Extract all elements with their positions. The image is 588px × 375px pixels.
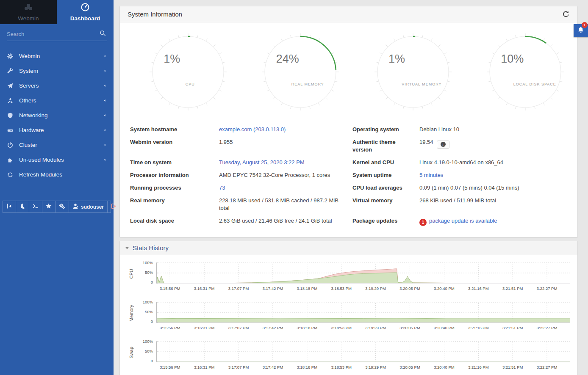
notification-count-badge: 1 xyxy=(582,22,588,28)
info-link[interactable]: Tuesday, August 25, 2020 3:22 PM xyxy=(219,159,305,165)
sidebar-item-others[interactable]: Others xyxy=(0,93,114,108)
sidebar-menu: WebminSystemServersOthersNetworkingHardw… xyxy=(0,49,114,182)
puzzle-icon xyxy=(7,156,14,164)
ytick-50: 50% xyxy=(145,270,153,275)
sidebar-item-networking[interactable]: Networking xyxy=(0,108,114,123)
star-icon xyxy=(46,203,52,210)
theme-settings-button[interactable] xyxy=(55,201,69,212)
info-value-package-updates: 1package update is available xyxy=(419,217,570,231)
info-value-virtual-memory: 268 KiB used / 511.99 MiB total xyxy=(419,197,570,217)
chart-axis-title-cpu: CPU xyxy=(126,261,137,287)
info-link[interactable]: 5 minutes xyxy=(419,172,443,178)
favorites-button[interactable] xyxy=(42,201,55,212)
username-label: sudouser xyxy=(81,204,104,210)
info-value-time-on-system: Tuesday, August 25, 2020 3:22 PM xyxy=(219,159,352,171)
tab-webmin-label: Webmin xyxy=(18,15,39,22)
svg-text:3:18:18 PM: 3:18:18 PM xyxy=(297,286,318,291)
system-information-header: System Information xyxy=(120,6,577,22)
tools-icon xyxy=(7,97,14,105)
svg-text:3:20:05 PM: 3:20:05 PM xyxy=(399,325,420,330)
svg-text:3:19:29 PM: 3:19:29 PM xyxy=(365,365,386,369)
logout-button[interactable] xyxy=(108,201,120,212)
search-row xyxy=(7,30,107,41)
notifications-button[interactable]: 1 xyxy=(574,24,588,37)
chart-cpu: CPU100%50%03:15:56 PM3:16:31 PM3:17:07 P… xyxy=(126,261,577,296)
svg-text:3:17:07 PM: 3:17:07 PM xyxy=(228,365,249,369)
gauge-value: 10% xyxy=(501,52,524,66)
gears-icon xyxy=(59,203,65,211)
sidebar-item-label: Networking xyxy=(19,112,103,119)
svg-text:3:19:29 PM: 3:19:29 PM xyxy=(365,286,386,291)
ytick-50: 50% xyxy=(145,309,153,314)
main-content: System Information 1%CPU24%REAL MEMORY1%… xyxy=(114,0,588,375)
chart-plot-memory: 3:15:56 PM3:16:31 PM3:17:07 PM3:17:42 PM… xyxy=(156,301,570,334)
chart-plot-swap: 3:15:56 PM3:16:31 PM3:17:07 PM3:17:42 PM… xyxy=(156,340,570,373)
night-mode-button[interactable] xyxy=(16,201,29,212)
svg-text:3:21:16 PM: 3:21:16 PM xyxy=(468,325,489,330)
info-value-cpu-load-averages: 0.09 (1 min) 0.07 (5 mins) 0.04 (15 mins… xyxy=(419,184,570,197)
caret-left-icon xyxy=(103,143,107,147)
info-link[interactable]: package update is available xyxy=(429,218,497,224)
stats-history-panel: Stats History CPU100%50%03:15:56 PM3:16:… xyxy=(119,241,578,375)
gauge-label: CPU xyxy=(186,82,195,86)
sidebar-item-cluster[interactable]: Cluster xyxy=(0,138,114,152)
refresh-panel-icon[interactable] xyxy=(562,11,570,18)
gauge-value: 1% xyxy=(164,52,180,66)
gauge-value: 24% xyxy=(276,52,299,66)
info-label-local-disk-space: Local disk space xyxy=(130,217,219,231)
search-input[interactable] xyxy=(7,31,107,37)
system-information-title: System Information xyxy=(128,11,562,18)
info-text: 2.63 GiB used / 21.46 GiB free / 24.1 Gi… xyxy=(219,218,332,224)
tab-dashboard[interactable]: Dashboard xyxy=(57,0,114,24)
svg-text:3:17:07 PM: 3:17:07 PM xyxy=(228,325,249,330)
chart-plot-wrap: 3:15:56 PM3:16:31 PM3:17:07 PM3:17:42 PM… xyxy=(156,340,577,375)
info-link[interactable]: example.com (203.0.113.0) xyxy=(219,126,286,132)
terminal-icon xyxy=(33,203,39,210)
system-information-panel: System Information 1%CPU24%REAL MEMORY1%… xyxy=(119,6,578,237)
sidebar-item-label: Webmin xyxy=(19,53,103,59)
dashboard-logo-icon xyxy=(80,3,90,14)
info-value-system-uptime: 5 minutes xyxy=(419,171,570,184)
gauge-dial xyxy=(261,33,340,111)
ytick-0: 0 xyxy=(151,280,153,284)
sidebar-item-system[interactable]: System xyxy=(0,63,114,78)
svg-text:3:17:42 PM: 3:17:42 PM xyxy=(263,325,283,330)
info-label-real-memory: Real memory xyxy=(130,197,219,217)
info-text: 0.09 (1 min) 0.07 (5 mins) 0.04 (15 mins… xyxy=(419,185,519,191)
info-value-authentic-theme-version: 19.54i xyxy=(419,138,570,159)
svg-text:3:16:31 PM: 3:16:31 PM xyxy=(194,325,215,330)
terminal-button[interactable] xyxy=(29,201,42,212)
stats-history-header[interactable]: Stats History xyxy=(120,241,577,255)
info-label-authentic-theme-version: Authentic theme version xyxy=(352,138,419,159)
gauge-label: VIRTUAL MEMORY xyxy=(402,82,441,86)
sidebar-item-un-used-modules[interactable]: Un-used Modules xyxy=(0,152,114,167)
gauge-dial xyxy=(486,33,565,111)
tab-webmin[interactable]: Webmin xyxy=(0,0,57,24)
sidebar-item-webmin[interactable]: Webmin xyxy=(0,49,114,63)
search-icon[interactable] xyxy=(100,30,106,38)
info-label-operating-system: Operating system xyxy=(352,126,419,138)
info-label-webmin-version: Webmin version xyxy=(130,138,219,159)
theme-info-button[interactable]: i xyxy=(437,141,449,149)
gear-icon xyxy=(7,52,14,60)
collapse-sidebar-button[interactable] xyxy=(3,201,16,212)
svg-text:3:22:27 PM: 3:22:27 PM xyxy=(537,365,557,369)
gauge-local-disk-space: 10%LOCAL DISK SPACE xyxy=(486,33,565,111)
svg-text:3:22:27 PM: 3:22:27 PM xyxy=(537,325,557,330)
info-label-running-processes: Running processes xyxy=(130,184,219,197)
caret-left-icon xyxy=(103,128,107,132)
sidebar-item-refresh-modules[interactable]: Refresh Modules xyxy=(0,167,114,182)
info-link[interactable]: 73 xyxy=(219,185,225,191)
sidebar-item-servers[interactable]: Servers xyxy=(0,78,114,93)
svg-text:3:20:05 PM: 3:20:05 PM xyxy=(399,286,420,291)
sidebar-item-hardware[interactable]: Hardware xyxy=(0,123,114,138)
caret-left-icon xyxy=(103,99,107,102)
svg-text:3:21:16 PM: 3:21:16 PM xyxy=(468,286,489,291)
chart-swap: Swap100%50%03:15:56 PM3:16:31 PM3:17:07 … xyxy=(126,340,577,375)
chart-memory: Memory100%50%03:15:56 PM3:16:31 PM3:17:0… xyxy=(126,301,577,335)
info-value-real-memory: 228.18 MiB used / 531.8 MiB cached / 987… xyxy=(219,197,352,217)
info-value-local-disk-space: 2.63 GiB used / 21.46 GiB free / 24.1 Gi… xyxy=(219,217,352,231)
user-menu[interactable]: sudouser xyxy=(69,201,108,212)
ytick-100: 100% xyxy=(143,260,153,265)
svg-text:3:16:31 PM: 3:16:31 PM xyxy=(194,286,215,291)
